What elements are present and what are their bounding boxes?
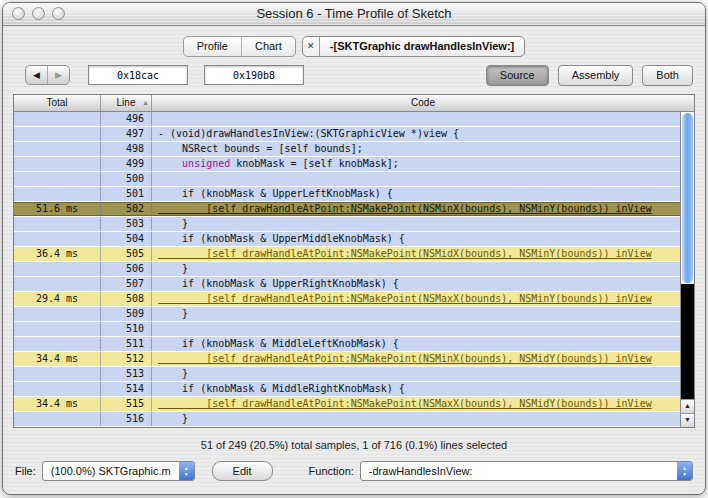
line-number-cell: 512 <box>101 352 152 366</box>
table-row[interactable]: 507 if (knobMask & UpperRightKnobMask) { <box>14 277 680 292</box>
table-row[interactable]: 34.4 ms512 [self drawHandleAtPoint:NSMak… <box>14 352 680 367</box>
browser-toolbar: ◀ ▶ Source Assembly Both <box>25 64 693 86</box>
code-keyword: unsigned <box>182 158 230 169</box>
window-title: Session 6 - Time Profile of Sketch <box>3 3 705 25</box>
zoom-button[interactable] <box>52 7 65 20</box>
total-time-cell <box>14 112 101 126</box>
code-cell: if (knobMask & UpperRightKnobMask) { <box>152 277 680 291</box>
line-number-cell: 503 <box>101 217 152 231</box>
code-table-header: Total Line▲ Code <box>14 95 694 112</box>
total-time-cell: 51.6 ms <box>14 202 101 216</box>
table-row[interactable]: 511 if (knobMask & MiddleLeftKnobMask) { <box>14 337 680 352</box>
total-time-cell <box>14 157 101 171</box>
back-button[interactable]: ◀ <box>26 66 48 84</box>
total-time-cell <box>14 367 101 381</box>
function-popup-value: -drawHandlesInView: <box>361 462 677 480</box>
code-table-bodywrap: 496497- (void)drawHandlesInView:(SKTGrap… <box>14 112 694 427</box>
forward-button[interactable]: ▶ <box>48 66 69 84</box>
total-time-cell <box>14 172 101 186</box>
file-popup[interactable]: (100.0%) SKTGraphic.m ▲▼ <box>42 461 195 481</box>
table-row[interactable]: 510 <box>14 322 680 337</box>
scrollbar-track[interactable] <box>681 284 694 399</box>
tab-profile[interactable]: Profile <box>184 37 242 56</box>
table-row[interactable]: 29.4 ms508 [self drawHandleAtPoint:NSMak… <box>14 292 680 307</box>
address-field-end[interactable] <box>204 65 304 85</box>
table-row[interactable]: 497- (void)drawHandlesInView:(SKTGraphic… <box>14 127 680 142</box>
line-number-cell: 496 <box>101 112 152 126</box>
table-row[interactable]: 34.4 ms515 [self drawHandleAtPoint:NSMak… <box>14 397 680 412</box>
table-row[interactable]: 496 <box>14 112 680 127</box>
total-time-cell: 34.4 ms <box>14 397 101 411</box>
code-cell: [self drawHandleAtPoint:NSMakePoint(NSMi… <box>152 202 680 216</box>
column-header-line[interactable]: Line▲ <box>101 95 152 111</box>
scroll-up-arrow[interactable]: ▲ <box>681 399 694 413</box>
history-nav: ◀ ▶ <box>25 65 70 85</box>
code-cell: } <box>152 262 680 276</box>
minimize-button[interactable] <box>32 7 45 20</box>
code-cell: NSRect bounds = [self bounds]; <box>152 142 680 156</box>
table-row[interactable]: 500 <box>14 172 680 187</box>
table-row[interactable]: 516 } <box>14 412 680 427</box>
app-window: Session 6 - Time Profile of Sketch Profi… <box>2 2 706 495</box>
table-row[interactable]: 36.4 ms505 [self drawHandleAtPoint:NSMak… <box>14 247 680 262</box>
column-header-code[interactable]: Code <box>152 95 694 111</box>
line-number-cell: 506 <box>101 262 152 276</box>
function-label: Function: <box>309 465 354 477</box>
table-row[interactable]: 506 } <box>14 262 680 277</box>
footer-bar: File: (100.0%) SKTGraphic.m ▲▼ Edit Func… <box>15 461 693 481</box>
address-field-start[interactable] <box>88 65 188 85</box>
table-row[interactable]: 503 } <box>14 217 680 232</box>
total-time-cell <box>14 187 101 201</box>
tab-close-icon[interactable]: ✕ <box>303 37 320 56</box>
line-number-cell: 510 <box>101 322 152 336</box>
vertical-scrollbar[interactable]: ▲ ▼ <box>680 112 694 427</box>
status-bar: 51 of 249 (20.5%) total samples, 1 of 71… <box>3 439 705 451</box>
line-number-cell: 508 <box>101 292 152 306</box>
tab-code-browser-label: -[SKTGraphic drawHandlesInView:] <box>320 40 524 52</box>
scroll-down-arrow[interactable]: ▼ <box>681 413 694 427</box>
function-popup[interactable]: -drawHandlesInView: ▲▼ <box>360 461 693 481</box>
code-cell <box>152 172 680 186</box>
code-text <box>158 158 182 169</box>
total-time-cell <box>14 337 101 351</box>
table-row[interactable]: 504 if (knobMask & UpperMiddleKnobMask) … <box>14 232 680 247</box>
window-controls <box>12 7 65 20</box>
table-row[interactable]: 514 if (knobMask & MiddleRightKnobMask) … <box>14 382 680 397</box>
table-row[interactable]: 51.6 ms502 [self drawHandleAtPoint:NSMak… <box>14 202 680 217</box>
line-number-cell: 498 <box>101 142 152 156</box>
scrollbar-thumb[interactable] <box>682 113 693 283</box>
source-button[interactable]: Source <box>486 65 549 86</box>
line-number-cell: 505 <box>101 247 152 261</box>
line-number-cell: 513 <box>101 367 152 381</box>
total-time-cell <box>14 232 101 246</box>
code-cell: } <box>152 367 680 381</box>
table-row[interactable]: 509 } <box>14 307 680 322</box>
line-number-cell: 500 <box>101 172 152 186</box>
close-button[interactable] <box>12 7 25 20</box>
file-popup-value: (100.0%) SKTGraphic.m <box>43 462 179 480</box>
total-time-cell <box>14 382 101 396</box>
total-time-cell <box>14 277 101 291</box>
table-row[interactable]: 499 unsigned knobMask = [self knobMask]; <box>14 157 680 172</box>
assembly-button[interactable]: Assembly <box>558 65 634 86</box>
code-cell: if (knobMask & MiddleLeftKnobMask) { <box>152 337 680 351</box>
line-number-cell: 497 <box>101 127 152 141</box>
line-number-cell: 504 <box>101 232 152 246</box>
table-row[interactable]: 513 } <box>14 367 680 382</box>
line-number-cell: 502 <box>101 202 152 216</box>
tab-chart[interactable]: Chart <box>242 37 295 56</box>
code-cell: } <box>152 307 680 321</box>
window-titlebar[interactable]: Session 6 - Time Profile of Sketch <box>3 3 705 26</box>
code-cell: [self drawHandleAtPoint:NSMakePoint(NSMa… <box>152 292 680 306</box>
total-time-cell <box>14 322 101 336</box>
tab-code-browser[interactable]: ✕ -[SKTGraphic drawHandlesInView:] <box>302 36 525 57</box>
edit-button[interactable]: Edit <box>212 461 273 481</box>
table-row[interactable]: 501 if (knobMask & UpperLeftKnobMask) { <box>14 187 680 202</box>
code-cell: if (knobMask & UpperLeftKnobMask) { <box>152 187 680 201</box>
column-header-total[interactable]: Total <box>14 95 101 111</box>
view-tab-group: Profile Chart <box>183 36 296 57</box>
both-button[interactable]: Both <box>642 65 693 86</box>
line-number-cell: 511 <box>101 337 152 351</box>
code-cell: [self drawHandleAtPoint:NSMakePoint(NSMa… <box>152 397 680 411</box>
table-row[interactable]: 498 NSRect bounds = [self bounds]; <box>14 142 680 157</box>
